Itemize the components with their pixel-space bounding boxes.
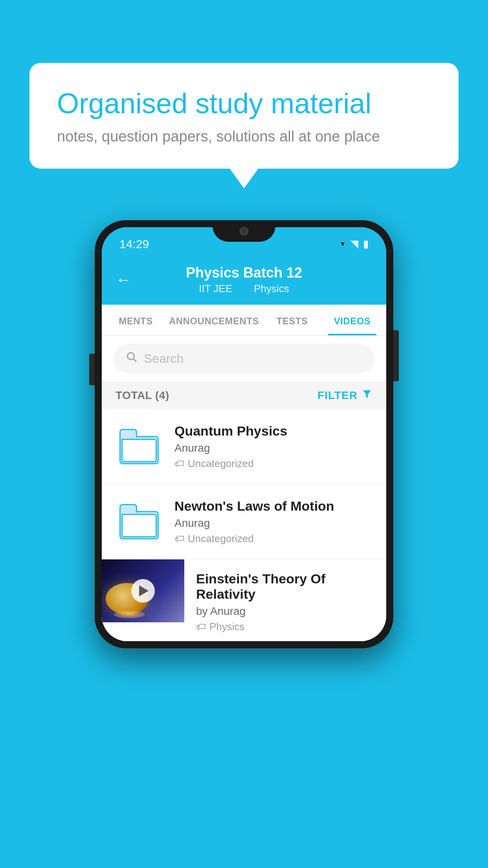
filter-bar: TOTAL (4) FILTER — [102, 381, 386, 409]
video-info-1: Quantum Physics Anurag 🏷 Uncategorized — [174, 423, 372, 470]
header-subtitle: IIT JEE Physics — [186, 283, 302, 295]
tabs-bar: MENTS ANNOUNCEMENTS TESTS VIDEOS — [102, 305, 386, 336]
search-bar[interactable]: Search — [114, 344, 374, 373]
header-subtitle-right: Physics — [254, 283, 289, 294]
svg-line-1 — [134, 359, 136, 362]
video-tag-1: 🏷 Uncategorized — [174, 458, 372, 470]
video-title-1: Quantum Physics — [174, 423, 372, 439]
status-time: 14:29 — [119, 237, 149, 251]
tab-tests[interactable]: TESTS — [262, 305, 322, 335]
tag-label-1: Uncategorized — [188, 458, 254, 470]
signal-icon: ◥ — [350, 238, 358, 250]
list-item[interactable]: Newton's Laws of Motion Anurag 🏷 Uncateg… — [102, 484, 386, 559]
tag-icon-3: 🏷 — [196, 621, 206, 633]
svg-point-0 — [127, 353, 134, 359]
phone-notch — [213, 220, 275, 242]
tag-label-2: Uncategorized — [188, 533, 254, 545]
phone-outer: 14:29 ▼ ◥ ▮ ← Physics Batch 12 IIT JEE P… — [95, 220, 393, 648]
play-button[interactable] — [131, 579, 155, 603]
svg-marker-2 — [363, 390, 371, 398]
list-item[interactable]: Quantum Physics Anurag 🏷 Uncategorized — [102, 409, 386, 484]
tab-ments[interactable]: MENTS — [106, 305, 166, 335]
video-author-3: by Anurag — [196, 605, 374, 618]
header-title: Physics Batch 12 — [186, 265, 302, 281]
total-count: TOTAL (4) — [116, 389, 169, 402]
header-title-group: Physics Batch 12 IIT JEE Physics — [186, 265, 302, 295]
video-thumbnail-2 — [116, 498, 163, 545]
tag-label-3: Physics — [209, 621, 245, 633]
tag-icon-2: 🏷 — [174, 533, 185, 545]
speech-bubble: Organised study material notes, question… — [29, 63, 459, 169]
video-list: Quantum Physics Anurag 🏷 Uncategorized — [102, 409, 386, 641]
search-container: Search — [102, 336, 386, 381]
back-button[interactable]: ← — [116, 271, 131, 289]
tag-icon-1: 🏷 — [174, 458, 185, 470]
video-author-2: Anurag — [174, 517, 372, 530]
folder-icon-2 — [119, 504, 159, 539]
video-thumbnail-3 — [102, 559, 184, 622]
camera — [240, 227, 248, 235]
list-item[interactable]: Einstein's Theory Of Relativity by Anura… — [102, 559, 386, 641]
header-subtitle-left: IIT JEE — [199, 283, 232, 294]
phone-screen: 14:29 ▼ ◥ ▮ ← Physics Batch 12 IIT JEE P… — [102, 227, 386, 641]
speech-bubble-container: Organised study material notes, question… — [29, 63, 459, 169]
filter-label: FILTER — [317, 389, 358, 402]
status-icons: ▼ ◥ ▮ — [339, 238, 369, 250]
search-input[interactable]: Search — [144, 351, 183, 366]
video-tag-3: 🏷 Physics — [196, 621, 374, 633]
filter-icon — [361, 388, 372, 402]
battery-icon: ▮ — [363, 238, 369, 250]
video-title-3: Einstein's Theory Of Relativity — [196, 571, 374, 602]
search-icon — [125, 351, 138, 366]
glow-decoration — [114, 611, 145, 618]
filter-button[interactable]: FILTER — [317, 388, 372, 402]
video-tag-2: 🏷 Uncategorized — [174, 533, 372, 545]
bubble-title: Organised study material — [57, 86, 431, 120]
bubble-subtitle: notes, question papers, solutions all at… — [57, 128, 431, 145]
app-header: ← Physics Batch 12 IIT JEE Physics — [102, 257, 386, 305]
tab-announcements[interactable]: ANNOUNCEMENTS — [166, 305, 262, 335]
phone-wrapper: 14:29 ▼ ◥ ▮ ← Physics Batch 12 IIT JEE P… — [95, 220, 393, 648]
folder-icon-1 — [119, 429, 159, 464]
video-author-1: Anurag — [174, 442, 372, 454]
video-title-2: Newton's Laws of Motion — [174, 498, 372, 514]
play-triangle-icon — [139, 585, 149, 596]
video-info-2: Newton's Laws of Motion Anurag 🏷 Uncateg… — [174, 498, 372, 545]
video-thumbnail-1 — [116, 423, 163, 470]
tab-videos[interactable]: VIDEOS — [322, 305, 382, 335]
video-info-3: Einstein's Theory Of Relativity by Anura… — [184, 559, 386, 641]
wifi-icon: ▼ — [339, 241, 346, 248]
